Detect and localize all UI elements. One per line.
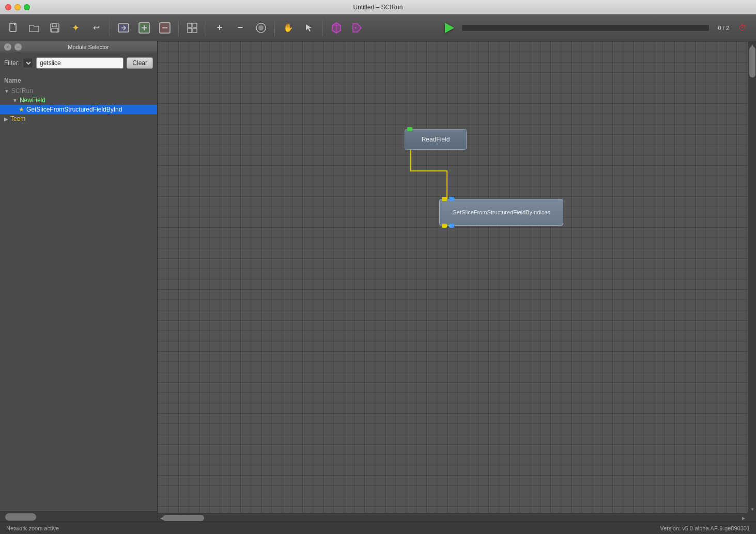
clear-button[interactable]: Clear xyxy=(127,57,153,69)
separator-3 xyxy=(206,20,206,36)
canvas-area[interactable]: ReadField GetSliceFromStructuredFieldByI… xyxy=(158,41,756,522)
panel-close-button[interactable]: × xyxy=(4,43,11,51)
delete-button[interactable] xyxy=(156,19,174,37)
window-buttons xyxy=(5,4,30,10)
toolbar-progress-area: 0 / 2 ⏱ xyxy=(441,19,752,37)
svg-rect-8 xyxy=(193,23,197,27)
stop-button[interactable]: ⏱ xyxy=(733,19,752,37)
module-selector-title: Module Selector xyxy=(68,44,109,50)
getslice-input-port-1[interactable] xyxy=(442,197,447,201)
zoom-in-button[interactable]: + xyxy=(210,19,229,37)
run-button[interactable] xyxy=(441,20,457,36)
tree-name-header: Name xyxy=(0,75,157,86)
filter-input[interactable] xyxy=(36,57,124,69)
getslice-label: GetSliceFromStructuredFieldByInd xyxy=(26,106,122,113)
scirun-arrow: ▼ xyxy=(4,88,9,94)
svg-point-13 xyxy=(355,27,357,28)
main-area: × − Module Selector Filter: ▼ Clear Name… xyxy=(0,41,756,522)
readfield-label: ReadField xyxy=(422,136,450,143)
teem-label: Teem xyxy=(10,115,25,122)
filter-dropdown[interactable]: ▼ xyxy=(23,58,33,68)
getslice-output-port-2[interactable] xyxy=(449,224,454,228)
import-button[interactable] xyxy=(114,19,133,37)
scroll-corner xyxy=(748,513,756,522)
readfield-node[interactable]: ReadField xyxy=(405,129,467,150)
tree-item-scirun[interactable]: ▼ SCIRun xyxy=(0,86,157,96)
window-title: Untitled – SCIRun xyxy=(353,4,403,11)
titlebar: Untitled – SCIRun xyxy=(0,0,756,14)
svg-rect-10 xyxy=(193,28,197,33)
tag-button[interactable] xyxy=(348,19,366,37)
scroll-down-arrow[interactable]: ▼ xyxy=(748,505,756,513)
status-left: Network zoom active xyxy=(6,525,59,531)
minimize-button[interactable] xyxy=(14,4,21,10)
magic-wand-button[interactable]: ✦ xyxy=(66,19,85,37)
new-file-button[interactable] xyxy=(4,19,23,37)
toolbar: ✦ ↩ + − xyxy=(0,14,756,41)
progress-bar xyxy=(461,24,709,32)
scirun-label: SCIRun xyxy=(11,87,33,95)
vertical-scrollbar[interactable]: ▲ ▼ xyxy=(748,41,756,513)
filter-row: Filter: ▼ Clear xyxy=(0,53,157,73)
hand-tool-button[interactable]: ✋ xyxy=(279,19,298,37)
horizontal-scrollbar[interactable]: ◀ ▶ xyxy=(158,513,748,522)
statusbar: Network zoom active Version: v5.0-alpha.… xyxy=(0,522,756,534)
grid-view-button[interactable] xyxy=(183,19,202,37)
separator-5 xyxy=(322,20,323,36)
maximize-button[interactable] xyxy=(24,4,30,10)
open-folder-button[interactable] xyxy=(25,19,43,37)
svg-rect-2 xyxy=(52,24,56,27)
getslice-label: GetSliceFromStructuredFieldByIndices xyxy=(448,209,554,215)
pointer-tool-button[interactable] xyxy=(300,19,318,37)
star-icon: ★ xyxy=(19,106,24,113)
svg-rect-9 xyxy=(188,28,192,33)
module-selector-header: × − Module Selector xyxy=(0,41,157,53)
separator-2 xyxy=(178,20,179,36)
separator-4 xyxy=(274,20,275,36)
getslice-node[interactable]: GetSliceFromStructuredFieldByIndices xyxy=(439,199,563,226)
newfield-label: NewField xyxy=(20,97,45,104)
tree-item-newfield[interactable]: ▼ NewField xyxy=(0,96,157,105)
newfield-arrow: ▼ xyxy=(12,98,18,103)
left-scrollbar[interactable] xyxy=(0,511,157,522)
save-button[interactable] xyxy=(45,19,64,37)
svg-rect-3 xyxy=(52,28,58,32)
svg-point-12 xyxy=(258,25,264,30)
cube-button[interactable] xyxy=(327,19,346,37)
tree-item-teem[interactable]: ▶ Teem xyxy=(0,114,157,123)
readfield-output-port[interactable] xyxy=(407,127,412,131)
teem-arrow: ▶ xyxy=(4,116,8,122)
vertical-scroll-thumb[interactable] xyxy=(749,46,755,77)
fit-button[interactable] xyxy=(252,19,270,37)
connections-svg xyxy=(158,41,748,513)
tree-item-getslice[interactable]: ★ GetSliceFromStructuredFieldByInd xyxy=(0,105,157,114)
scroll-right-arrow[interactable]: ▶ xyxy=(739,514,748,522)
undo-button[interactable]: ↩ xyxy=(87,19,105,37)
panel-minimize-button[interactable]: − xyxy=(14,43,22,51)
close-button[interactable] xyxy=(5,4,11,10)
status-right: Version: v5.0-alpha.AF-9-ge890301 xyxy=(660,525,750,531)
progress-text: 0 / 2 xyxy=(714,25,729,31)
zoom-out-button[interactable]: − xyxy=(231,19,250,37)
getslice-output-port-1[interactable] xyxy=(442,224,447,228)
add-button[interactable] xyxy=(135,19,153,37)
module-tree: Name ▼ SCIRun ▼ NewField ★ GetSliceFromS… xyxy=(0,73,157,511)
filter-label: Filter: xyxy=(4,59,20,67)
horizontal-scroll-thumb[interactable] xyxy=(163,515,204,521)
svg-marker-14 xyxy=(445,23,454,33)
left-panel: × − Module Selector Filter: ▼ Clear Name… xyxy=(0,41,158,522)
canvas-grid: ReadField GetSliceFromStructuredFieldByI… xyxy=(158,41,748,513)
getslice-input-port-2[interactable] xyxy=(449,197,454,201)
left-scroll-thumb xyxy=(5,513,36,521)
separator-1 xyxy=(110,20,110,36)
svg-rect-7 xyxy=(188,23,192,27)
